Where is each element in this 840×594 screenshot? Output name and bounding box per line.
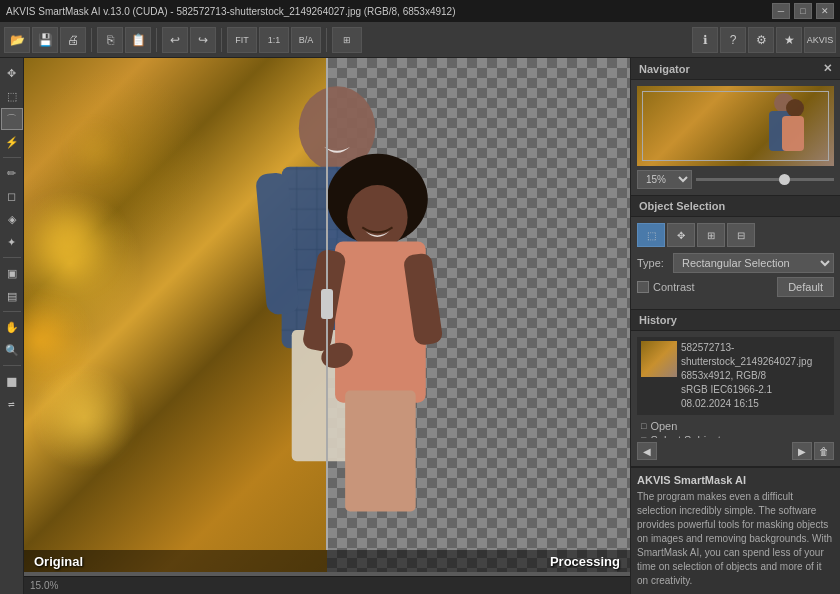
- add-selection-btn[interactable]: ⊞: [697, 223, 725, 247]
- history-item-open[interactable]: □Open: [637, 419, 834, 433]
- select-subject-icon: □: [641, 435, 646, 438]
- history-date: 08.02.2024 16:15: [681, 397, 830, 411]
- zoom-tool[interactable]: 🔍: [1, 339, 23, 361]
- main-toolbar: 📂 💾 🖨 ⎘ 📋 ↩ ↪ FIT 1:1 B/A ⊞ ℹ ? ⚙ ★ AKVI…: [0, 22, 840, 58]
- history-back-button[interactable]: ◀: [637, 442, 657, 460]
- open-history-icon: □: [641, 421, 646, 431]
- save-button[interactable]: 💾: [32, 27, 58, 53]
- history-delete-button[interactable]: 🗑: [814, 442, 834, 460]
- info-text: The program makes even a difficult selec…: [637, 490, 834, 588]
- color-picker-tool[interactable]: ◼: [1, 370, 23, 392]
- eraser-tool[interactable]: ◻: [1, 185, 23, 207]
- help-button[interactable]: ?: [720, 27, 746, 53]
- object-selection-title: Object Selection: [639, 200, 725, 212]
- copy-button[interactable]: ⎘: [97, 27, 123, 53]
- rect-selection-tool-btn[interactable]: ⬚: [637, 223, 665, 247]
- hand-tool[interactable]: ✋: [1, 316, 23, 338]
- history-details: 6853x4912, RGB/8: [681, 369, 830, 383]
- redo-button[interactable]: ↪: [190, 27, 216, 53]
- zoom-bar: 15.0%: [24, 576, 630, 594]
- toolbar-separator-3: [221, 28, 222, 52]
- processing-label: Processing: [550, 554, 620, 569]
- history-profile: sRGB IEC61966-2.1: [681, 383, 830, 397]
- lasso-tool[interactable]: ⌒: [1, 108, 23, 130]
- settings-button[interactable]: ⚙: [748, 27, 774, 53]
- close-button[interactable]: ✕: [816, 3, 834, 19]
- move-selection-btn[interactable]: ✥: [667, 223, 695, 247]
- magic-wand-tool[interactable]: ⚡: [1, 131, 23, 153]
- undo-button[interactable]: ↩: [162, 27, 188, 53]
- move-tool[interactable]: ✥: [1, 62, 23, 84]
- swap-colors-tool[interactable]: ⇌: [1, 393, 23, 415]
- history-title: History: [639, 314, 677, 326]
- brush-tool[interactable]: ✏: [1, 162, 23, 184]
- tool-sep-2: [3, 257, 21, 258]
- navigator-header: Navigator ✕: [631, 58, 840, 80]
- history-toolbar: ◀ ▶ 🗑: [637, 442, 834, 460]
- history-filename: 582572713-shutterstock_2149264027.jpg: [681, 341, 830, 369]
- contrast-label: Contrast: [653, 281, 695, 293]
- zoom-slider[interactable]: [696, 178, 834, 181]
- contrast-checkbox[interactable]: [637, 281, 649, 293]
- zoom-slider-thumb[interactable]: [779, 174, 790, 185]
- zoom-percentage: 15.0%: [30, 580, 58, 591]
- magic-brush-tool[interactable]: ✦: [1, 231, 23, 253]
- navigator-title: Navigator: [639, 63, 690, 75]
- tool-sep-1: [3, 157, 21, 158]
- before-after-button[interactable]: B/A: [291, 27, 321, 53]
- history-metadata: 582572713-shutterstock_2149264027.jpg 68…: [681, 341, 830, 411]
- title-bar: AKVIS SmartMask AI v.13.0 (CUDA) - 58257…: [0, 0, 840, 22]
- navigator-zoom-row: 15% 25% 50% 100%: [637, 170, 834, 189]
- paste-button[interactable]: 📋: [125, 27, 151, 53]
- left-toolbar: ✥ ⬚ ⌒ ⚡ ✏ ◻ ◈ ✦ ▣ ▤ ✋ 🔍 ◼ ⇌: [0, 58, 24, 594]
- background-eraser-tool[interactable]: ◈: [1, 208, 23, 230]
- window-controls: ─ □ ✕: [772, 3, 834, 19]
- info-button[interactable]: ℹ: [692, 27, 718, 53]
- history-panel: 582572713-shutterstock_2149264027.jpg 68…: [631, 331, 840, 467]
- default-button[interactable]: Default: [777, 277, 834, 297]
- history-item-select-subject[interactable]: □Select Subject: [637, 433, 834, 438]
- history-header: History: [631, 310, 840, 331]
- open-button[interactable]: 📂: [4, 27, 30, 53]
- tool-sep-4: [3, 365, 21, 366]
- canvas-divider[interactable]: [326, 58, 328, 550]
- navigator-preview: [637, 86, 834, 166]
- type-label: Type:: [637, 257, 667, 269]
- history-play-button[interactable]: ▶: [792, 442, 812, 460]
- info-panel: AKVIS SmartMask AI The program makes eve…: [631, 467, 840, 594]
- size-input-button[interactable]: ⊞: [332, 27, 362, 53]
- canvas-labels: Original Processing: [24, 550, 630, 572]
- maximize-button[interactable]: □: [794, 3, 812, 19]
- print-button[interactable]: 🖨: [60, 27, 86, 53]
- about-button[interactable]: ★: [776, 27, 802, 53]
- minimize-button[interactable]: ─: [772, 3, 790, 19]
- main-area: ✥ ⬚ ⌒ ⚡ ✏ ◻ ◈ ✦ ▣ ▤ ✋ 🔍 ◼ ⇌: [0, 58, 840, 594]
- image-scene: Original Processing: [24, 58, 630, 572]
- canvas-area: Original Processing 15.0%: [24, 58, 630, 594]
- history-actions-list: □Open □Select Subject □Remove Unselected…: [637, 419, 834, 438]
- subtract-selection-btn[interactable]: ⊟: [727, 223, 755, 247]
- akvis-button[interactable]: AKVIS: [804, 27, 836, 53]
- navigator-close-button[interactable]: ✕: [823, 62, 832, 75]
- tool-sep-3: [3, 311, 21, 312]
- history-action-buttons: ▶ 🗑: [792, 442, 834, 460]
- right-panel: Navigator ✕ 15% 25%: [630, 58, 840, 594]
- zoom-select[interactable]: 15% 25% 50% 100%: [637, 170, 692, 189]
- selection-tools-row: ⬚ ✥ ⊞ ⊟: [637, 223, 834, 247]
- original-label: Original: [34, 554, 83, 569]
- app-title: AKVIS SmartMask AI v.13.0 (CUDA) - 58257…: [6, 6, 456, 17]
- history-thumbnail: [641, 341, 677, 377]
- svg-rect-10: [345, 391, 416, 512]
- gradient-tool[interactable]: ▤: [1, 285, 23, 307]
- zoom-actual-button[interactable]: 1:1: [259, 27, 289, 53]
- divider-handle[interactable]: [321, 289, 333, 319]
- info-panel-title: AKVIS SmartMask AI: [637, 474, 834, 486]
- object-selection-panel: ⬚ ✥ ⊞ ⊟ Type: Rectangular Selection Elli…: [631, 217, 840, 310]
- selection-tool[interactable]: ⬚: [1, 85, 23, 107]
- zoom-fit-button[interactable]: FIT: [227, 27, 257, 53]
- object-selection-header: Object Selection: [631, 196, 840, 217]
- contrast-row: Contrast Default: [637, 277, 834, 297]
- type-select[interactable]: Rectangular Selection Elliptical Selecti…: [673, 253, 834, 273]
- navigator-panel: 15% 25% 50% 100%: [631, 80, 840, 196]
- fill-tool[interactable]: ▣: [1, 262, 23, 284]
